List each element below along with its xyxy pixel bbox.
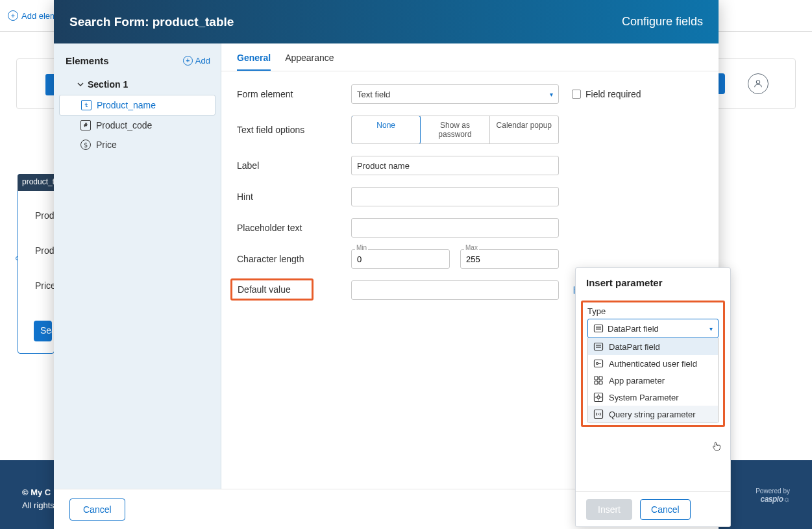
- label-placeholder: Placeholder text: [237, 223, 351, 233]
- field-item-product-name[interactable]: t Product_name: [59, 95, 215, 116]
- user-avatar[interactable]: [748, 73, 769, 94]
- datapart-icon: [593, 323, 604, 334]
- option-system-parameter[interactable]: System Parameter: [588, 389, 718, 406]
- max-label: Max: [464, 244, 479, 251]
- section-label: Section 1: [88, 79, 128, 90]
- svg-point-8: [597, 363, 598, 365]
- svg-rect-10: [595, 376, 598, 380]
- option-datapart-field[interactable]: DataPart field: [588, 338, 718, 355]
- add-element-sidebar-link[interactable]: + Add: [183, 56, 210, 66]
- modal-subtitle: Configure fields: [622, 15, 703, 29]
- type-dropdown: DataPart field Authenticated user field …: [587, 338, 719, 423]
- text-options-segment: None Show as password Calendar popup: [351, 116, 559, 144]
- default-value-input[interactable]: [351, 280, 559, 300]
- preview-tab-chip: product_t: [18, 174, 56, 191]
- popup-title: Insert parameter: [576, 268, 730, 295]
- svg-rect-1: [595, 325, 603, 332]
- field-label: Product_name: [97, 100, 156, 110]
- gear-icon: [593, 392, 604, 402]
- svg-rect-11: [599, 376, 602, 380]
- min-label: Min: [355, 244, 368, 251]
- min-input[interactable]: [351, 249, 450, 269]
- hint-input[interactable]: [351, 187, 559, 206]
- row-hint: Hint: [237, 187, 719, 206]
- hash-icon: #: [80, 120, 91, 130]
- max-input[interactable]: [460, 249, 559, 269]
- label-label: Label: [237, 160, 351, 171]
- background-form-preview: product_t Produ Produ Price Sea: [18, 174, 55, 354]
- field-item-product-code[interactable]: # Product_code: [59, 116, 215, 135]
- svg-rect-4: [595, 343, 603, 351]
- modal-header: Search Form: product_table Configure fie…: [54, 0, 719, 43]
- seg-password[interactable]: Show as password: [420, 116, 489, 143]
- chip-icon: [45, 74, 54, 95]
- label-charlen: Character length: [237, 254, 351, 264]
- row-form-element: Form element Text field ▾ Field required: [237, 84, 719, 104]
- cursor-hand-icon: [711, 440, 722, 452]
- label-form-element: Form element: [237, 89, 351, 99]
- option-app-parameter[interactable]: App parameter: [588, 372, 718, 389]
- svg-point-15: [597, 396, 600, 399]
- popup-cancel-button[interactable]: Cancel: [640, 499, 691, 520]
- label-default-value: Default value: [238, 284, 291, 295]
- datapart-icon: [593, 341, 604, 352]
- tab-appearance[interactable]: Appearance: [285, 53, 334, 71]
- label-input[interactable]: [351, 156, 559, 175]
- sidebar-heading: Elements: [66, 55, 109, 66]
- modal-title: Search Form: product_table: [69, 15, 234, 29]
- option-auth-user-field[interactable]: Authenticated user field: [588, 355, 718, 372]
- insert-parameter-popup: Insert parameter Type DataPart field ▾ D…: [575, 267, 731, 527]
- plus-icon: +: [183, 56, 193, 66]
- placeholder-input[interactable]: [351, 218, 559, 238]
- section-row[interactable]: Section 1: [59, 74, 215, 95]
- svg-rect-12: [595, 381, 598, 384]
- user-key-icon: [593, 358, 604, 369]
- insert-button[interactable]: Insert: [586, 499, 632, 520]
- type-label: Type: [587, 306, 724, 316]
- tab-general[interactable]: General: [237, 53, 271, 71]
- field-label: Price: [96, 140, 117, 150]
- seg-calendar[interactable]: Calendar popup: [489, 116, 558, 143]
- checkbox-icon: [572, 90, 581, 99]
- default-value-highlight: Default value: [230, 278, 314, 301]
- plus-icon: +: [8, 10, 18, 21]
- elements-tree: Section 1 t Product_name # Product_code …: [54, 74, 221, 154]
- add-element-link[interactable]: + Add elem: [8, 10, 57, 21]
- form-element-select[interactable]: Text field ▾: [351, 84, 559, 104]
- elements-sidebar: Elements + Add Section 1 t Product_name …: [54, 43, 221, 489]
- field-required-label: Field required: [585, 89, 641, 99]
- grid-icon: [593, 375, 604, 386]
- link-icon: [593, 409, 604, 419]
- row-text-options: Text field options None Show as password…: [237, 116, 719, 144]
- field-label: Product_code: [96, 120, 152, 130]
- svg-rect-13: [599, 381, 602, 384]
- svg-point-0: [756, 80, 759, 84]
- row-charlen: Character length Min Max: [237, 249, 719, 269]
- label-hint: Hint: [237, 191, 351, 202]
- footer-powered-by: Powered by: [756, 487, 790, 495]
- field-item-price[interactable]: $ Price: [59, 135, 215, 154]
- popup-body: Type DataPart field ▾ DataPart field Aut…: [576, 295, 730, 491]
- footer-brand: caspio☼: [756, 495, 790, 510]
- row-placeholder: Placeholder text: [237, 218, 719, 238]
- currency-icon: $: [80, 140, 91, 150]
- config-tabs: General Appearance: [221, 43, 719, 71]
- option-query-string-parameter[interactable]: Query string parameter: [588, 406, 718, 423]
- chevron-down-icon: [77, 81, 84, 88]
- add-element-text: Add elem: [21, 11, 57, 21]
- label-text-options: Text field options: [237, 125, 351, 135]
- row-label: Label: [237, 156, 719, 175]
- popup-footer: Insert Cancel: [576, 491, 730, 526]
- field-required-checkbox[interactable]: Field required: [572, 89, 641, 99]
- text-field-icon: t: [81, 100, 92, 110]
- chevron-down-icon: ▾: [709, 325, 713, 332]
- type-select[interactable]: DataPart field ▾: [587, 319, 719, 338]
- chevron-down-icon: ▾: [550, 91, 553, 98]
- cancel-button[interactable]: Cancel: [69, 498, 125, 521]
- seg-none[interactable]: None: [351, 116, 421, 144]
- add-text: Add: [195, 56, 210, 66]
- preview-search-button[interactable]: Sea: [34, 321, 52, 341]
